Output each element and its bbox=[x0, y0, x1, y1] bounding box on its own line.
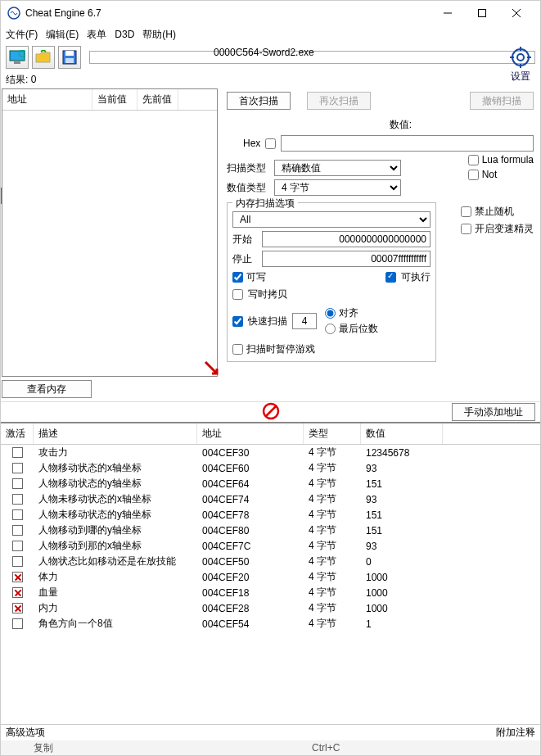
cell-value[interactable]: 1000 bbox=[361, 586, 443, 600]
cell-addr[interactable]: 004CEF18 bbox=[197, 586, 304, 600]
table-row[interactable]: 人物移动到哪的y轴坐标004CEF804 字节151 bbox=[1, 523, 540, 538]
active-checkbox[interactable] bbox=[12, 603, 23, 613]
col-addr[interactable]: 地址 bbox=[197, 423, 304, 444]
value-type-select[interactable]: 4 字节 bbox=[274, 179, 401, 196]
cell-addr[interactable]: 004CEF50 bbox=[197, 555, 304, 568]
active-checkbox[interactable] bbox=[12, 525, 23, 536]
open-process-button[interactable] bbox=[6, 46, 29, 69]
menu-file[interactable]: 文件(F) bbox=[6, 28, 38, 42]
cell-addr[interactable]: 004CEF54 bbox=[197, 618, 304, 631]
table-row[interactable]: 内力004CEF284 字节1000 bbox=[1, 600, 540, 616]
last-digits-radio[interactable]: 最后位数 bbox=[325, 322, 378, 336]
cell-addr[interactable]: 004CEF64 bbox=[197, 478, 304, 491]
col-type[interactable]: 类型 bbox=[304, 423, 361, 444]
cell-desc[interactable]: 体力 bbox=[34, 569, 197, 585]
not-checkbox[interactable]: Not bbox=[468, 169, 534, 180]
cell-type[interactable]: 4 字节 bbox=[304, 491, 361, 507]
col-address[interactable]: 地址 bbox=[2, 89, 92, 110]
cell-desc[interactable]: 人物移动状态的y轴坐标 bbox=[34, 476, 197, 491]
table-row[interactable]: 人物移动状态的y轴坐标004CEF644 字节151 bbox=[1, 476, 540, 491]
stop-icon[interactable] bbox=[262, 402, 280, 423]
active-checkbox[interactable] bbox=[12, 478, 23, 489]
cell-value[interactable]: 12345678 bbox=[361, 446, 443, 459]
no-random-checkbox[interactable]: 禁止随机 bbox=[461, 205, 534, 219]
fast-scan-checkbox[interactable] bbox=[232, 316, 243, 327]
speedhack-checkbox[interactable]: 开启变速精灵 bbox=[461, 222, 534, 236]
cell-addr[interactable]: 004CEF74 bbox=[197, 493, 304, 506]
cell-addr[interactable]: 004CEF30 bbox=[197, 446, 304, 459]
col-current[interactable]: 当前值 bbox=[92, 89, 138, 110]
minimize-button[interactable] bbox=[431, 2, 465, 25]
cell-addr[interactable]: 004CEF7C bbox=[197, 540, 304, 553]
cell-value[interactable]: 0 bbox=[361, 555, 443, 568]
table-row[interactable]: 人物移动状态的x轴坐标004CEF604 字节93 bbox=[1, 460, 540, 476]
executable-checkbox[interactable] bbox=[385, 272, 396, 283]
cell-value[interactable]: 1000 bbox=[361, 602, 443, 615]
cell-desc[interactable]: 血量 bbox=[34, 585, 197, 600]
close-button[interactable] bbox=[499, 2, 534, 25]
col-value[interactable]: 数值 bbox=[361, 423, 443, 444]
cell-desc[interactable]: 人物移动到哪的y轴坐标 bbox=[34, 523, 197, 538]
col-previous[interactable]: 先前值 bbox=[138, 89, 178, 110]
table-row[interactable]: 攻击力004CEF304 字节12345678 bbox=[1, 445, 540, 460]
copy-on-write-checkbox[interactable] bbox=[232, 289, 243, 300]
cell-desc[interactable]: 内力 bbox=[34, 600, 197, 616]
scan-type-select[interactable]: 精确数值 bbox=[274, 160, 401, 176]
collapse-arrow-icon[interactable] bbox=[204, 360, 219, 378]
active-checkbox[interactable] bbox=[12, 541, 23, 551]
stop-address-input[interactable] bbox=[262, 251, 431, 267]
table-row[interactable]: 人物未移动状态的x轴坐标004CEF744 字节93 bbox=[1, 491, 540, 507]
cell-desc[interactable]: 人物移动状态的x轴坐标 bbox=[34, 460, 197, 476]
menu-d3d[interactable]: D3D bbox=[115, 29, 134, 40]
cell-type[interactable]: 4 字节 bbox=[304, 538, 361, 554]
active-checkbox[interactable] bbox=[12, 494, 23, 505]
cell-desc[interactable]: 人物未移动状态的y轴坐标 bbox=[34, 507, 197, 523]
table-row[interactable]: 人物状态比如移动还是在放技能004CEF504 字节0 bbox=[1, 554, 540, 569]
cell-desc[interactable]: 攻击力 bbox=[34, 445, 197, 460]
cell-value[interactable]: 93 bbox=[361, 540, 443, 553]
writable-checkbox[interactable] bbox=[232, 272, 243, 283]
start-address-input[interactable] bbox=[262, 231, 431, 247]
active-checkbox[interactable] bbox=[12, 447, 23, 458]
table-row[interactable]: 人物移动到那的x轴坐标004CEF7C4 字节93 bbox=[1, 538, 540, 554]
cell-value[interactable]: 93 bbox=[361, 493, 443, 506]
active-checkbox[interactable] bbox=[12, 556, 23, 567]
cell-value[interactable]: 151 bbox=[361, 478, 443, 491]
menu-table[interactable]: 表单 bbox=[87, 28, 106, 42]
cell-addr[interactable]: 004CEF20 bbox=[197, 571, 304, 584]
cell-type[interactable]: 4 字节 bbox=[304, 523, 361, 538]
save-button[interactable] bbox=[58, 46, 81, 69]
advanced-options-link[interactable]: 高级选项 bbox=[6, 726, 45, 740]
cell-type[interactable]: 4 字节 bbox=[304, 554, 361, 569]
found-address-list[interactable]: 地址 当前值 先前值 bbox=[2, 88, 218, 377]
active-checkbox[interactable] bbox=[12, 587, 23, 598]
active-checkbox[interactable] bbox=[12, 509, 23, 520]
table-row[interactable]: 血量004CEF184 字节1000 bbox=[1, 585, 540, 600]
cell-type[interactable]: 4 字节 bbox=[304, 445, 361, 460]
cell-type[interactable]: 4 字节 bbox=[304, 585, 361, 600]
add-comment-link[interactable]: 附加注释 bbox=[496, 726, 535, 740]
scan-value-input[interactable] bbox=[281, 135, 534, 152]
cell-addr[interactable]: 004CEF28 bbox=[197, 602, 304, 615]
aligned-radio[interactable]: 对齐 bbox=[325, 306, 378, 320]
cell-value[interactable]: 1 bbox=[361, 618, 443, 631]
cell-desc[interactable]: 人物状态比如移动还是在放技能 bbox=[34, 554, 197, 569]
hex-checkbox[interactable] bbox=[265, 138, 276, 149]
open-file-button[interactable] bbox=[32, 46, 55, 69]
menu-help[interactable]: 帮助(H) bbox=[142, 28, 176, 42]
context-copy[interactable]: 复制 bbox=[1, 741, 99, 755]
cell-value[interactable]: 93 bbox=[361, 462, 443, 475]
manual-add-address-button[interactable]: 手动添加地址 bbox=[452, 403, 535, 421]
cell-addr[interactable]: 004CEF60 bbox=[197, 462, 304, 475]
cell-value[interactable]: 151 bbox=[361, 509, 443, 522]
table-row[interactable]: 人物未移动状态的y轴坐标004CEF784 字节151 bbox=[1, 507, 540, 523]
fast-scan-value-input[interactable] bbox=[292, 313, 317, 329]
cell-desc[interactable]: 人物未移动状态的x轴坐标 bbox=[34, 491, 197, 507]
table-row[interactable]: 体力004CEF204 字节1000 bbox=[1, 569, 540, 585]
pause-while-scan-checkbox[interactable] bbox=[232, 344, 243, 355]
cell-addr[interactable]: 004CEF78 bbox=[197, 509, 304, 522]
cell-type[interactable]: 4 字节 bbox=[304, 460, 361, 476]
cell-value[interactable]: 151 bbox=[361, 524, 443, 537]
cell-type[interactable]: 4 字节 bbox=[304, 569, 361, 585]
lua-formula-checkbox[interactable]: Lua formula bbox=[468, 154, 534, 165]
